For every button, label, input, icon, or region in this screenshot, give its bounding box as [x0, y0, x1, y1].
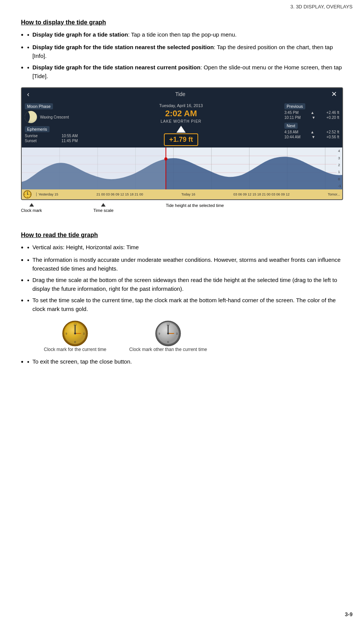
tide-annotations: Clock mark Time scale Tide height at the…: [21, 203, 343, 224]
prev-icon-1: ▲: [311, 111, 314, 115]
svg-text:12: 12: [27, 192, 28, 194]
sunset-time: 11:45 PM: [61, 139, 78, 143]
s2-bullet-2-text: The information is mostly accurate under…: [32, 256, 343, 273]
moon-phase-name: Waxing Crescent: [40, 115, 69, 119]
moon-phase-label: Moon Phase: [25, 103, 53, 109]
section1-title: How to display the tide graph: [21, 19, 343, 26]
tide-center-panel: Tuesday, April 16, 2013 2:02 AM LAKE WOR…: [81, 100, 281, 147]
scale-4: 4: [338, 149, 341, 153]
s2-bullet-3: • Drag the time scale at the bottom of t…: [21, 276, 343, 293]
scale-0: 0: [338, 177, 341, 181]
bullet-1-rest: : Tap a tide icon then tap the pop-up me…: [128, 31, 237, 38]
prev-time-2: 10:11 PM: [284, 115, 301, 120]
prev-icon-2: ▼: [312, 115, 316, 120]
tide-topbar: ‹ Tide ✕: [22, 88, 342, 100]
previous-label: Previous: [284, 103, 305, 109]
gold-clock-item: 12 6 9 3 Clock mark for the current time: [44, 320, 106, 352]
silver-clock-item: 12 6 9 3 Clock mark other than the curre…: [129, 320, 207, 352]
sunrise-row: Sunrise 10:55 AM: [25, 134, 78, 138]
clock-mark-arrow: [29, 203, 34, 207]
section2-title: How to read the tide graph: [21, 232, 343, 239]
section1-bullets: • Display tide graph for a tide station:…: [21, 30, 343, 80]
bullet-marker: •: [27, 296, 29, 305]
s2-last-bullet-text: To exit the screen, tap the close button…: [32, 357, 132, 366]
scale-1: 1: [338, 170, 341, 174]
sunset-row: Sunset 11:45 PM: [25, 139, 78, 143]
bullet-2-text: Display tide graph for the tide station …: [32, 43, 343, 60]
tide-screen-title: Tide: [29, 91, 331, 97]
scale-neg1: -1: [338, 184, 341, 188]
tide-timebar[interactable]: 12 │Yesterday 15 21 00 03 06 09 12 15 18…: [22, 189, 342, 199]
bullet-1-bold: Display tide graph for a tide station: [32, 31, 128, 38]
tide-graph-area: 4 3 2 1 0 -1: [22, 147, 342, 189]
prev-time-1: 3:45 PM: [284, 111, 298, 115]
tide-time: 2:02 AM: [165, 109, 197, 119]
prev-row-1: 3:45 PM ▲ +2.46 ft: [284, 111, 339, 115]
next-icon-1: ▲: [311, 130, 314, 134]
time-scale-annotation: Time scale: [93, 203, 114, 213]
tide-arrow-up-icon: [176, 126, 186, 133]
section2: How to read the tide graph • Vertical ax…: [21, 232, 343, 367]
s2-bullet-3-text: Drag the time scale at the bottom of the…: [32, 276, 343, 293]
tide-left-panel: Moon Phase Waxing Crescent Ephemeris Sun…: [22, 100, 81, 147]
clock-mark-icon[interactable]: 12: [23, 190, 32, 199]
timebar-yesterday-label: │Yesterday 15: [35, 192, 58, 196]
s2-bullet-4: • To set the time scale to the current t…: [21, 296, 343, 313]
svg-text:6: 6: [74, 341, 76, 343]
tide-date: Tuesday, April 16, 2013: [159, 103, 203, 108]
bullet-marker: •: [27, 276, 29, 285]
next-icon-2: ▼: [311, 135, 315, 139]
svg-text:3: 3: [83, 332, 85, 335]
scale-2: 2: [338, 163, 341, 167]
prev-val-2: +0.20 ft: [326, 115, 339, 120]
next-row-1: 4:18 AM ▲ +2.52 ft: [284, 130, 339, 134]
timebar-tomorrow-label: Tomor...: [328, 192, 340, 196]
s2-bullet-1-text: Vertical axis: Height, Horizontal axis: …: [32, 243, 139, 252]
last-bullet-list: • To exit the screen, tap the close butt…: [21, 357, 343, 367]
bullet-3: • Display tide graph for the tide statio…: [21, 63, 343, 80]
svg-point-24: [27, 194, 28, 195]
gold-clock-label: Clock mark for the current time: [44, 347, 106, 352]
tide-height-annotation: Tide height at the selected time: [166, 203, 224, 208]
next-val-1: +2.52 ft: [326, 130, 339, 134]
ephemeris-label: Ephemeris: [25, 126, 50, 132]
moon-icon: [25, 111, 37, 123]
bullet-2: • Display tide graph for the tide statio…: [21, 43, 343, 60]
prev-val-1: +2.46 ft: [326, 111, 339, 115]
timebar-ticks: 21 00 03 06 09 12 15 18 21 00: [96, 192, 143, 196]
next-section: Next 4:18 AM ▲ +2.52 ft 10:44 AM ▼ +0.56…: [284, 122, 339, 139]
svg-text:6: 6: [167, 341, 169, 343]
time-scale-arrow: [101, 203, 106, 207]
silver-clock-icon: 12 6 9 3: [155, 320, 181, 347]
tide-right-panel: Previous 3:45 PM ▲ +2.46 ft 10:11 PM ▼ +…: [281, 100, 342, 147]
clock-mark-label: Clock mark: [21, 208, 42, 213]
bullet-marker: •: [27, 256, 29, 265]
next-row-2: 10:44 AM ▼ +0.56 ft: [284, 135, 339, 139]
timebar-labels: │Yesterday 15 21 00 03 06 09 12 15 18 21…: [33, 192, 342, 196]
tide-graph-svg: [22, 147, 342, 189]
bullet-1-text: Display tide graph for a tide station: T…: [32, 30, 237, 39]
bullet-3-bold: Display tide graph for the tide station …: [32, 64, 200, 71]
bullet-marker: •: [27, 243, 29, 252]
moon-phase-row: Waxing Crescent: [25, 111, 78, 123]
next-label: Next: [284, 123, 298, 129]
next-val-2: +0.56 ft: [326, 135, 339, 139]
svg-text:3: 3: [176, 332, 178, 335]
close-icon[interactable]: ✕: [331, 90, 337, 98]
svg-point-34: [74, 333, 76, 335]
tide-station: LAKE WORTH PIER: [160, 119, 201, 123]
tide-body: Moon Phase Waxing Crescent Ephemeris Sun…: [22, 100, 342, 147]
bullet-marker: •: [27, 30, 29, 40]
scale-3: 3: [338, 156, 341, 160]
s2-bullet-4-text: To set the time scale to the current tim…: [32, 296, 343, 313]
sunset-label: Sunset: [25, 139, 37, 143]
svg-text:9: 9: [66, 332, 67, 335]
svg-point-15: [164, 157, 167, 160]
clock-images-row: 12 6 9 3 Clock mark for the current time: [44, 320, 343, 352]
page-header: 3. 3D DISPLAY, OVERLAYS: [0, 0, 364, 11]
gold-clock-icon: 12 6 9 3: [62, 320, 88, 347]
sunrise-label: Sunrise: [25, 134, 38, 138]
tide-screen: ‹ Tide ✕ Moon Phase Waxing Crescent Ephe…: [21, 87, 343, 200]
tide-scale-labels: 4 3 2 1 0 -1: [338, 147, 341, 189]
clock-mark-annotation: Clock mark: [21, 203, 42, 213]
